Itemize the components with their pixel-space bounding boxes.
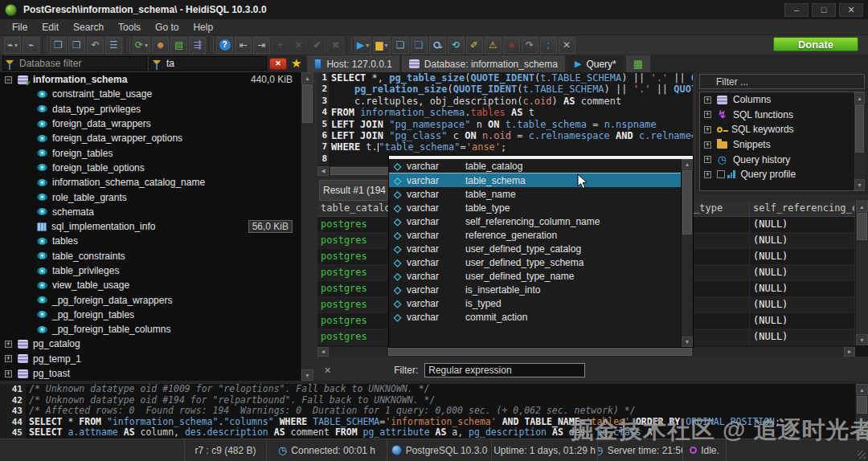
save-button[interactable]: ❏ xyxy=(392,37,409,54)
tree-item-_pg_foreign_table_columns[interactable]: _pg_foreign_table_columns xyxy=(0,322,313,337)
grid-filter-input[interactable] xyxy=(424,363,585,377)
expander-icon[interactable]: + xyxy=(5,341,12,348)
replace-button[interactable]: ⟲ xyxy=(448,37,465,54)
autocomplete-item-is_typed[interactable]: ◇varcharis_typed xyxy=(389,296,693,310)
scrollbar-thumb[interactable] xyxy=(857,213,867,240)
run-query-button[interactable]: ▶▾ xyxy=(354,37,371,54)
menu-edit[interactable]: Edit xyxy=(35,19,66,35)
expander-icon[interactable]: + xyxy=(704,96,711,104)
close-icon[interactable]: ✕ xyxy=(324,365,331,376)
scroll-up-icon[interactable]: ▲ xyxy=(856,384,868,395)
favorite-star-icon[interactable]: ★ xyxy=(291,56,301,71)
expander-icon[interactable]: + xyxy=(5,370,12,377)
log-scrollbar[interactable]: ▲ ▼ xyxy=(855,384,868,439)
tree-item-information_schema_catalog_name[interactable]: information_schema_catalog_name xyxy=(0,175,313,190)
tree-item-pg_temp_1[interactable]: +pg_temp_1 xyxy=(0,352,313,366)
expander-icon[interactable]: + xyxy=(704,171,711,178)
expander-icon[interactable]: + xyxy=(704,126,711,133)
blob-viewer-button[interactable]: ■ xyxy=(503,37,520,54)
maximize-button[interactable]: □ xyxy=(812,3,836,17)
menu-tools[interactable]: Tools xyxy=(111,19,148,35)
dropdown-scrollbar[interactable]: ▲ ▼ xyxy=(681,159,693,347)
tree-item-foreign_tables[interactable]: foreign_tables xyxy=(0,145,313,160)
reformat-button[interactable]: ✐ xyxy=(466,37,483,54)
scroll-up-icon[interactable]: ▲ xyxy=(301,72,313,84)
menu-search[interactable]: Search xyxy=(66,19,111,35)
tree-item-pg_toast[interactable]: +pg_toast xyxy=(0,366,313,381)
autocomplete-item-commit_action[interactable]: ◇varcharcommit_action xyxy=(389,310,693,324)
scroll-right-icon[interactable]: ▶ xyxy=(844,347,855,357)
autocomplete-item-reference_generation[interactable]: ◇varcharreference_generation xyxy=(389,228,693,242)
user-manager-button[interactable]: ☻ xyxy=(152,37,169,54)
expander-icon[interactable]: + xyxy=(5,355,12,362)
tree-item-foreign_data_wrapper_options[interactable]: foreign_data_wrapper_options xyxy=(0,131,313,145)
export-grid-button[interactable]: ▤ xyxy=(170,37,187,54)
disconnect-button[interactable]: ⌁ xyxy=(23,37,39,54)
undo-button[interactable]: ↶ xyxy=(87,37,104,54)
scroll-left-icon[interactable]: ◀ xyxy=(317,347,329,357)
checkbox[interactable] xyxy=(717,170,725,178)
database-filter-input[interactable] xyxy=(2,56,147,71)
tab-new-query[interactable]: ▦ xyxy=(625,55,651,72)
column-header-self_referencing_column_name[interactable]: self_referencing_column_name xyxy=(750,201,855,216)
expander-icon[interactable]: + xyxy=(704,111,711,118)
menu-file[interactable]: File xyxy=(5,19,35,35)
export-tables-button[interactable]: ☰ xyxy=(105,37,122,54)
autocomplete-item-self_referencing_column_name[interactable]: ◇varcharself_referencing_column_name xyxy=(389,214,693,228)
scroll-up-icon[interactable]: ▲ xyxy=(854,92,865,104)
expander-icon[interactable]: + xyxy=(704,141,711,149)
helpers-filter-input[interactable] xyxy=(699,74,865,89)
grid-scrollbar[interactable]: ▲ ▼ xyxy=(855,201,868,345)
menu-help[interactable]: Help xyxy=(186,19,220,35)
expander-icon[interactable]: + xyxy=(704,156,711,163)
tree-item-foreign_data_wrappers[interactable]: foreign_data_wrappers xyxy=(0,116,313,131)
copy-button[interactable]: ❐ xyxy=(50,37,67,54)
scrollbar-thumb[interactable] xyxy=(857,396,867,414)
scrollbar-thumb[interactable] xyxy=(855,104,864,153)
tree-item-data_type_privileges[interactable]: data_type_privileges xyxy=(0,102,313,116)
autocomplete-item-table_catalog[interactable]: ◇varchartable_catalog xyxy=(389,159,693,173)
tree-item-_pg_foreign_tables[interactable]: _pg_foreign_tables xyxy=(0,308,313,322)
tree-item-_pg_foreign_data_wrappers[interactable]: _pg_foreign_data_wrappers xyxy=(0,292,313,307)
result-tab[interactable]: Result #1 (194 r › xyxy=(319,180,393,201)
autocomplete-item-user_defined_type_name[interactable]: ◇varcharuser_defined_type_name xyxy=(389,269,693,283)
sql-editor[interactable]: 1SELECT *, pg_table_size(QUOTE_IDENT(t.T… xyxy=(317,72,693,165)
helper-item-sql-functions[interactable]: +↯SQL functions xyxy=(700,108,864,123)
tree-item-sql_implementation_info[interactable]: sql_implementation_info56,0 KiB xyxy=(0,219,313,234)
first-record-button[interactable]: ⇤ xyxy=(235,37,252,54)
tree-scrollbar[interactable]: ▲ ▼ xyxy=(301,72,313,381)
autocomplete-item-user_defined_type_catalog[interactable]: ◇varcharuser_defined_type_catalog xyxy=(389,242,693,255)
close-button[interactable]: ✕ xyxy=(839,3,863,17)
scroll-down-icon[interactable]: ▼ xyxy=(856,334,868,345)
tree-item-foreign_table_options[interactable]: foreign_table_options xyxy=(0,161,313,175)
helper-item-query-profile[interactable]: +Query profile xyxy=(700,167,864,182)
minimize-button[interactable]: – xyxy=(784,3,809,17)
rollback-button[interactable]: ↷ xyxy=(522,37,538,54)
table-filter-input[interactable] xyxy=(149,56,267,71)
expander-icon[interactable]: − xyxy=(5,76,12,84)
scroll-up-icon[interactable]: ▲ xyxy=(856,201,868,212)
scroll-left-icon[interactable]: ◀ xyxy=(317,166,329,176)
clear-filter-button[interactable]: ✕ xyxy=(269,58,287,70)
clear-button[interactable]: ✕ xyxy=(559,37,575,54)
donate-button[interactable]: Donate xyxy=(773,37,858,51)
tree-item-table_privileges[interactable]: table_privileges xyxy=(0,263,313,278)
tree-item-role_table_grants[interactable]: role_table_grants xyxy=(0,190,313,204)
open-file-button[interactable]: ▆▾ xyxy=(373,37,390,54)
stop-on-errors-button[interactable]: ⚠ xyxy=(485,37,502,54)
helper-item-query-history[interactable]: +◷Query history xyxy=(700,152,864,167)
parameters-button[interactable]: ⇶ xyxy=(189,37,206,54)
tree-item-schemata[interactable]: schemata xyxy=(0,205,313,219)
autocomplete-item-table_type[interactable]: ◇varchartable_type xyxy=(389,201,693,214)
paste-button[interactable]: ❒ xyxy=(68,37,85,54)
tab-database[interactable]: Database: information_schema xyxy=(401,55,566,72)
tab-host[interactable]: Host: 127.0.0.1 xyxy=(306,55,399,72)
scrollbar-thumb[interactable] xyxy=(388,348,692,356)
scroll-down-icon[interactable]: ▼ xyxy=(854,179,865,190)
scroll-down-icon[interactable]: ▼ xyxy=(301,369,313,381)
autocomplete-item-table_schema[interactable]: ◇varchartable_schema xyxy=(389,173,693,187)
sql-log[interactable]: 41/* Unknown datatype oid #1009 for "rel… xyxy=(0,384,868,439)
delimiter-button[interactable]: ; xyxy=(540,37,557,54)
help-button[interactable]: ? xyxy=(216,37,233,54)
title-bar[interactable]: PostGresch\information_schema\ - HeidiSQ… xyxy=(0,0,868,19)
